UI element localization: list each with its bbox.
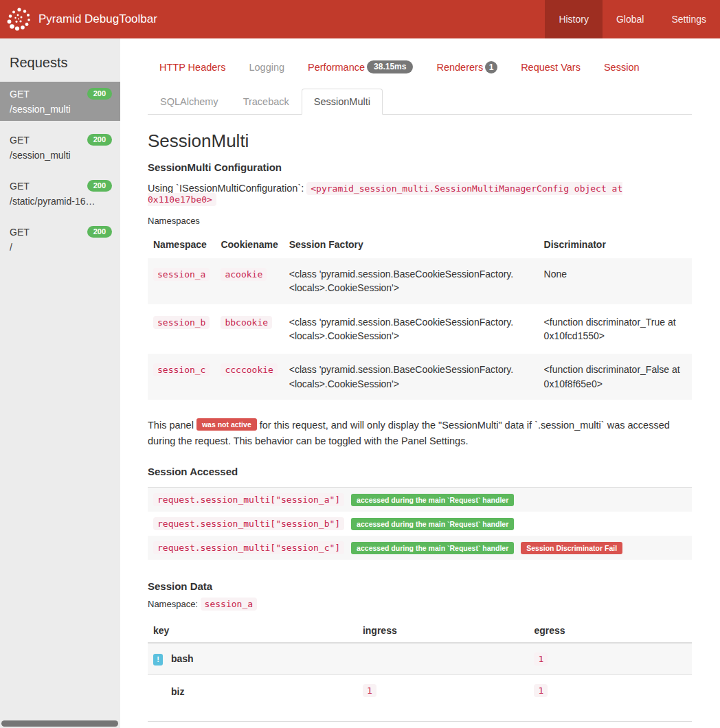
discriminator-cell: None <box>539 258 692 306</box>
table-row: session_a acookie <class 'pyramid.sessio… <box>148 258 692 306</box>
session-factory-cell: <class 'pyramid.session.BaseCookieSessio… <box>284 258 539 306</box>
accessed-row: request.session_multi["session_a"] acces… <box>148 488 692 512</box>
config-line: Using `ISessionMultiConfiguration`: <pyr… <box>148 183 692 205</box>
request-item[interactable]: GET 200 /static/pyramid-16… <box>0 174 120 213</box>
requests-sidebar: Requests GET 200 /session_multi GET 200 … <box>0 38 120 728</box>
tab-session[interactable]: Session <box>592 56 651 78</box>
namespace-label: Namespace: <box>148 599 198 609</box>
header-nav: History Global Settings <box>545 0 720 38</box>
session-data-heading: Session Data <box>148 580 692 592</box>
discriminator-fail-badge: Session Discriminator Fail <box>521 542 622 555</box>
header: Pyramid DebugToolbar History Global Sett… <box>0 0 720 38</box>
discriminator-cell: <function discriminator_True at 0x10fcd1… <box>539 305 692 353</box>
namespace-code: session_b <box>153 316 210 329</box>
accessed-code: request.session_multi["session_a"] <box>153 493 344 506</box>
accessed-code: request.session_multi["session_c"] <box>153 541 344 554</box>
discriminator-cell: <function discriminator_False at 0x10f8f… <box>539 353 692 400</box>
divider <box>148 721 692 722</box>
was-not-active-badge: was not active <box>196 418 257 431</box>
request-path: /static/pyramid-16… <box>10 196 112 207</box>
config-label: Using `ISessionMultiConfiguration`: <box>148 183 304 194</box>
egress-cell: 1 <box>528 643 692 674</box>
status-badge: 200 <box>87 134 112 146</box>
ingress-cell: 1 <box>357 675 528 707</box>
column-header: key <box>148 619 357 643</box>
layout: Requests GET 200 /session_multi GET 200 … <box>0 38 720 728</box>
column-header: Discriminator <box>539 233 692 258</box>
tab-traceback: Traceback <box>231 89 302 115</box>
panel-tabs-row2: SQLAlchemy Traceback SessionMulti <box>148 89 692 115</box>
accessed-row: request.session_multi["session_c"] acces… <box>148 536 692 560</box>
table-row: !bash 1 <box>148 643 692 674</box>
namespace-code: session_c <box>153 363 210 376</box>
app-title: Pyramid DebugToolbar <box>38 12 157 26</box>
request-path: /session_multi <box>10 104 112 115</box>
request-item[interactable]: GET 200 /session_multi <box>0 82 120 121</box>
status-badge: 200 <box>87 88 112 100</box>
request-method: GET <box>10 135 30 146</box>
request-method: GET <box>10 89 30 100</box>
accessed-success-badge: accessed during the main `Request` handl… <box>351 494 514 507</box>
nav-history[interactable]: History <box>545 0 603 38</box>
table-header-row: Namespace Cookiename Session Factory Dis… <box>148 233 692 258</box>
performance-time-badge: 38.15ms <box>367 60 413 73</box>
cookiename-code: ccccookie <box>221 363 277 376</box>
panel-tabs-row1: HTTP Headers Logging Performance38.15ms … <box>148 55 692 79</box>
tab-sessionmulti[interactable]: SessionMulti <box>302 89 383 115</box>
request-path: / <box>10 242 112 253</box>
session-accessed-list: request.session_multi["session_a"] acces… <box>148 487 692 560</box>
table-header-row: key ingress egress <box>148 619 692 643</box>
session-accessed-heading: Session Accessed <box>148 466 692 477</box>
nav-global[interactable]: Global <box>603 0 657 38</box>
panel-notice: This panel was not active for this reque… <box>148 418 690 449</box>
panel-title: SessionMulti <box>148 130 692 152</box>
session-data-table: key ingress egress !bash 1 <box>148 619 692 707</box>
tab-request-vars[interactable]: Request Vars <box>509 56 592 78</box>
sidebar-title: Requests <box>10 55 111 71</box>
column-header: Cookiename <box>215 233 283 258</box>
tab-sqlalchemy: SQLAlchemy <box>148 89 231 115</box>
status-badge: 200 <box>87 226 112 238</box>
session-factory-cell: <class 'pyramid.session.BaseCookieSessio… <box>284 353 539 400</box>
ingress-cell <box>357 643 528 674</box>
request-method: GET <box>10 181 30 192</box>
tab-http-headers[interactable]: HTTP Headers <box>148 56 237 78</box>
cookiename-code: bbcookie <box>221 316 272 329</box>
key-cell: biz <box>171 686 184 697</box>
accessed-success-badge: accessed during the main `Request` handl… <box>351 518 514 531</box>
pyramid-logo-icon <box>5 5 33 33</box>
request-item[interactable]: GET 200 / <box>0 220 120 259</box>
table-row: biz 1 1 <box>148 675 692 707</box>
status-badge: 200 <box>87 180 112 192</box>
session-data-block: Namespace: session_a key ingress egress … <box>148 599 692 722</box>
accessed-success-badge: accessed during the main `Request` handl… <box>351 542 514 555</box>
renderers-count-badge: 1 <box>485 61 497 73</box>
tab-logging: Logging <box>237 56 296 78</box>
accessed-row: request.session_multi["session_b"] acces… <box>148 512 692 536</box>
namespaces-label: Namespaces <box>148 216 692 226</box>
egress-cell: 1 <box>528 675 692 707</box>
nav-settings[interactable]: Settings <box>657 0 720 38</box>
table-row: session_b bbcookie <class 'pyramid.sessi… <box>148 305 692 353</box>
namespace-code: session_a <box>201 598 257 611</box>
request-method: GET <box>10 227 30 238</box>
table-row: session_c ccccookie <class 'pyramid.sess… <box>148 353 692 400</box>
request-item[interactable]: GET 200 /session_multi <box>0 128 120 167</box>
main-content: HTTP Headers Logging Performance38.15ms … <box>120 38 720 728</box>
cookiename-code: acookie <box>221 268 267 281</box>
config-heading: SessionMulti Configuration <box>148 161 692 173</box>
column-header: Namespace <box>148 233 215 258</box>
tab-renderers[interactable]: Renderers1 <box>425 56 509 79</box>
horizontal-scrollbar-thumb[interactable] <box>1 720 118 727</box>
tab-performance[interactable]: Performance38.15ms <box>296 55 425 79</box>
column-header: egress <box>528 619 692 643</box>
info-icon: ! <box>153 654 163 666</box>
namespace-code: session_a <box>153 268 210 281</box>
accessed-code: request.session_multi["session_b"] <box>153 517 344 530</box>
namespaces-table: Namespace Cookiename Session Factory Dis… <box>148 233 692 400</box>
request-path: /session_multi <box>10 150 112 161</box>
session-factory-cell: <class 'pyramid.session.BaseCookieSessio… <box>284 305 539 353</box>
key-cell: bash <box>171 653 194 664</box>
column-header: ingress <box>357 619 528 643</box>
column-header: Session Factory <box>284 233 539 258</box>
